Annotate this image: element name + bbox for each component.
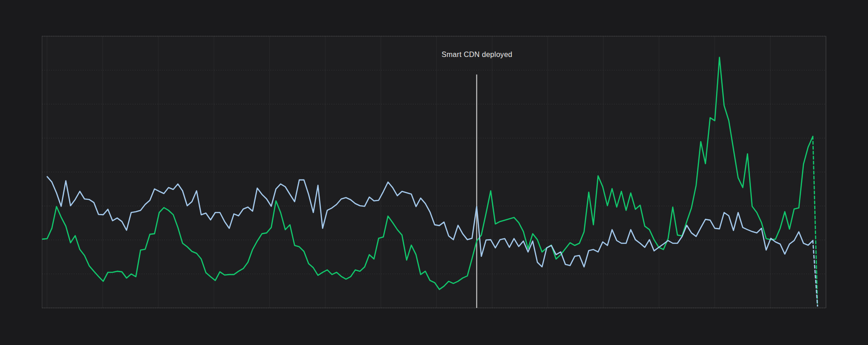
grid-lines <box>42 36 826 308</box>
annotation-label: Smart CDN deployed <box>442 51 513 59</box>
blue-series-line <box>47 177 813 267</box>
series-lines <box>42 57 817 306</box>
green-series-line <box>42 57 813 289</box>
line-chart <box>0 0 868 345</box>
chart-canvas: Smart CDN deployed <box>0 0 868 345</box>
